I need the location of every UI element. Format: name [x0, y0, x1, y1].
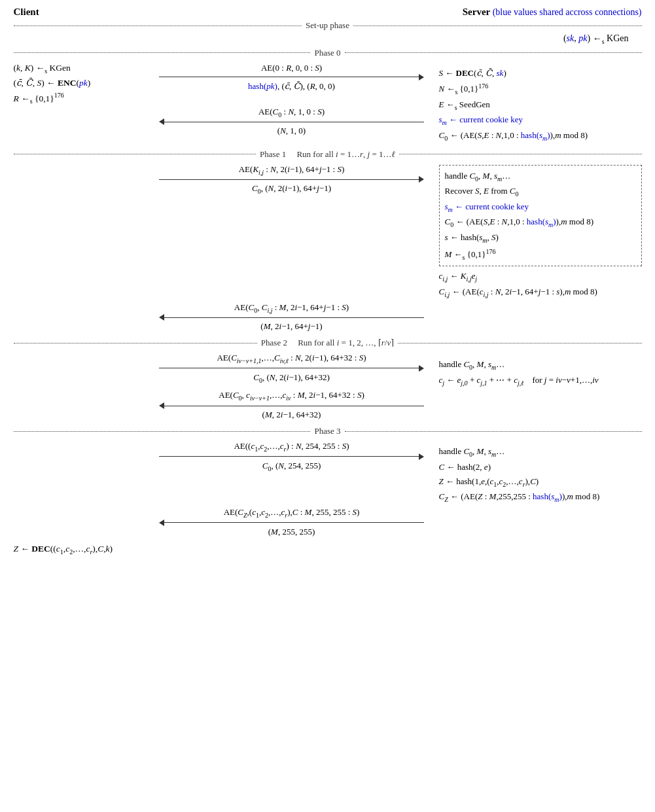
phase2-arrow-left-sub: (M, 2i−1, 64+32)	[262, 410, 321, 420]
phase3-arrow-left-label: AE(CZ,(c1,c2,…,cr),C : M, 255, 255 : S)	[224, 507, 360, 519]
phase0-server-l3: E ←s SeedGen	[439, 97, 642, 113]
server-setup-line: (sk, pk) ←s KGen	[563, 33, 629, 45]
phase3-arrow-right-line	[159, 453, 424, 460]
phase1-d6: M ←s {0,1}176	[445, 246, 636, 263]
phase1-arrow-right: AE(Ki,j : N, 2(i−1), 64+j−1 : S) C0, (N,…	[145, 164, 439, 195]
page: Client Server (blue values shared accros…	[14, 7, 642, 557]
phase0-client-l2: (c̄, C̄, S) ← ENC(pk)	[14, 76, 145, 90]
phase2-divider: Phase 2 Run for all i = 1, 2, …, ⌈r/v⌉	[14, 338, 642, 348]
phase2-arrow-right-line	[159, 365, 424, 372]
phase2-left-arrow-row: AE(C0, civ−v+1,…,civ : M, 2i−1, 64+32 : …	[14, 388, 642, 422]
phase3-mid: AE((c1,c2,…,cr) : N, 254, 255 : S) C0, (…	[145, 439, 439, 474]
client-label: Client	[14, 7, 39, 18]
phase0-content: (k, K) ←s KGen (c̄, C̄, S) ← ENC(pk) R ←…	[14, 61, 642, 144]
phase1-d3: sm ← current cookie key	[445, 200, 636, 215]
phase2-label: Phase 2 Run for all i = 1, 2, …, ⌈r/v⌉	[257, 338, 398, 348]
phase2-content: AE(Civ−v+1,1,…,Civ,ℓ : N, 2(i−1), 64+32 …	[14, 351, 642, 388]
phase1-content: AE(Ki,j : N, 2(i−1), 64+j−1 : S) C0, (N,…	[14, 162, 642, 300]
phase0-server-l4: sm ← current cookie key	[439, 113, 642, 128]
phase3-arrow-right-sub: C0, (N, 254, 255)	[262, 461, 321, 472]
phase2-left-arrow-mid: AE(C0, civ−v+1,…,civ : M, 2i−1, 64+32 : …	[145, 388, 439, 422]
phase2-server-l2: cj ← ej,0 + cj,1 + ⋯ + cj,ℓ for j = iv−v…	[439, 373, 642, 389]
phase2-arrow-left: AE(C0, civ−v+1,…,civ : M, 2i−1, 64+32 : …	[145, 390, 439, 420]
phase0-arrow-right: AE(0 : R, 0, 0 : S) hash(pk), (c̄, C̄), …	[145, 63, 439, 92]
phase0-arrow-left-line	[159, 118, 424, 125]
phase0-client-l3: R ←s {0,1}176	[14, 90, 145, 107]
server-header: Server (blue values shared accross conne…	[463, 7, 642, 18]
phase2-mid: AE(Civ−v+1,1,…,Civ,ℓ : N, 2(i−1), 64+32 …	[145, 351, 439, 385]
server-note: (blue values shared accross connections)	[493, 7, 642, 17]
phase3-arrow-left: AE(CZ,(c1,c2,…,cr),C : M, 255, 255 : S) …	[145, 507, 439, 537]
setup-label: Set-up phase	[302, 20, 353, 31]
phase2-right: handle C0, M, sm… cj ← ej,0 + cj,1 + ⋯ +…	[439, 351, 642, 388]
phase1-arrow-right-line	[159, 176, 424, 183]
phase3-arrow-right: AE((c1,c2,…,cr) : N, 254, 255 : S) C0, (…	[145, 441, 439, 472]
phase3-arrow-right-label: AE((c1,c2,…,cr) : N, 254, 255 : S)	[234, 441, 349, 453]
phase0-server-l1: S ← DEC(c̄, C̄, sk)	[439, 66, 642, 80]
phase3-left-arrow-mid: AE(CZ,(c1,c2,…,cr),C : M, 255, 255 : S) …	[145, 505, 439, 539]
phase1-label: Phase 1 Run for all i = 1…r, j = 1…ℓ	[256, 149, 399, 160]
phase0-arrow-right-line	[159, 74, 424, 80]
phase1-left-arrow-mid: AE(C0, Ci,j : M, 2i−1, 64+j−1 : S) (M, 2…	[145, 300, 439, 334]
phase3-client-bottom-row: Z ← DEC((c1,c2,…,cr),C,k)	[14, 542, 642, 557]
phase1-Cij: Ci,j ← (AE(ci,j : N, 2i−1, 64+j−1 : s),m…	[439, 285, 642, 300]
phase0-server-l5: C0 ← (AE(S,E : N,1,0 : hash(sm)),m mod 8…	[439, 128, 642, 144]
phase1-arrow-right-sub: C0, (N, 2(i−1), 64+j−1)	[252, 183, 331, 195]
phase0-left: (k, K) ←s KGen (c̄, C̄, S) ← ENC(pk) R ←…	[14, 61, 145, 107]
phase1-arrow-left: AE(C0, Ci,j : M, 2i−1, 64+j−1 : S) (M, 2…	[145, 302, 439, 332]
setup-row: (sk, pk) ←s KGen	[14, 33, 642, 45]
phase0-client-l1: (k, K) ←s KGen	[14, 61, 145, 77]
setup-divider: Set-up phase	[14, 20, 642, 31]
phase0-label: Phase 0	[310, 48, 344, 58]
phase1-d4: C0 ← (AE(S,E : N,1,0 : hash(sm)),m mod 8…	[445, 215, 636, 230]
phase0-server-l2: N ←s {0,1}176	[439, 80, 642, 97]
phase3-left-arrow-row: AE(CZ,(c1,c2,…,cr),C : M, 255, 255 : S) …	[14, 505, 642, 539]
phase3-divider: Phase 3	[14, 426, 642, 436]
phase3-client-bottom: Z ← DEC((c1,c2,…,cr),C,k)	[14, 542, 145, 557]
phase1-arrow-right-label: AE(Ki,j : N, 2(i−1), 64+j−1 : S)	[239, 164, 345, 176]
phase0-arrow-left-label: AE(C0 : N, 1, 0 : S)	[258, 107, 325, 118]
phase1-d1: handle C0, M, sm…	[445, 169, 636, 185]
phase3-server-l2: C ← hash(2, e)	[439, 460, 642, 474]
phase0-arrow-right-sub: hash(pk), (c̄, C̄), (R, 0, 0)	[248, 81, 335, 92]
phase3-arrow-left-line	[159, 520, 424, 526]
phase3-client-z: Z ← DEC((c1,c2,…,cr),C,k)	[14, 542, 145, 557]
phase0-arrow-right-label: AE(0 : R, 0, 0 : S)	[261, 63, 322, 73]
phase1-right-top: handle C0, M, sm… Recover S, E from C0 s…	[439, 162, 642, 300]
phase1-divider: Phase 1 Run for all i = 1…r, j = 1…ℓ	[14, 149, 642, 160]
phase3-content: AE((c1,c2,…,cr) : N, 254, 255 : S) C0, (…	[14, 439, 642, 505]
phase1-left-arrow-row: AE(C0, Ci,j : M, 2i−1, 64+j−1 : S) (M, 2…	[14, 300, 642, 334]
phase0-arrow-left: AE(C0 : N, 1, 0 : S) (N, 1, 0)	[145, 107, 439, 137]
phase2-arrow-left-label: AE(C0, civ−v+1,…,civ : M, 2i−1, 64+32 : …	[219, 390, 364, 402]
phase1-d5: s ← hash(sm, S)	[445, 230, 636, 246]
phase0-right: S ← DEC(c̄, C̄, sk) N ←s {0,1}176 E ←s S…	[439, 61, 642, 144]
phase3-right: handle C0, M, sm… C ← hash(2, e) Z ← has…	[439, 439, 642, 505]
phase3-arrow-left-sub: (M, 255, 255)	[268, 527, 315, 537]
phase3-label: Phase 3	[310, 426, 344, 436]
server-label: Server (blue values shared accross conne…	[463, 7, 642, 17]
phase1-arrow-left-line	[159, 314, 424, 321]
phase3-server-l1: handle C0, M, sm…	[439, 444, 642, 460]
phase2-server-l1: handle C0, M, sm…	[439, 357, 642, 373]
phase3-server-l3: Z ← hash(1,e,(c1,c2,…,cr),C)	[439, 474, 642, 490]
phase2-arrow-right-sub: C0, (N, 2(i−1), 64+32)	[253, 372, 329, 384]
header-row: Client Server (blue values shared accros…	[14, 7, 642, 18]
phase0-divider: Phase 0	[14, 48, 642, 58]
phase1-dashed-box: handle C0, M, sm… Recover S, E from C0 s…	[439, 165, 642, 267]
phase1-d2: Recover S, E from C0	[445, 184, 636, 200]
phase2-arrow-right: AE(Civ−v+1,1,…,Civ,ℓ : N, 2(i−1), 64+32 …	[145, 353, 439, 383]
phase1-mid: AE(Ki,j : N, 2(i−1), 64+j−1 : S) C0, (N,…	[145, 162, 439, 197]
phase0-mid: AE(0 : R, 0, 0 : S) hash(pk), (c̄, C̄), …	[145, 61, 439, 139]
phase0-arrow-left-sub: (N, 1, 0)	[277, 126, 306, 136]
phase2-arrow-right-label: AE(Civ−v+1,1,…,Civ,ℓ : N, 2(i−1), 64+32 …	[217, 353, 366, 364]
phase2-arrow-left-line	[159, 402, 424, 409]
phase1-arrow-left-sub: (M, 2i−1, 64+j−1)	[260, 321, 322, 332]
phase1-cij: ci,j ← Ki,jej	[439, 269, 642, 285]
phase1-arrow-left-label: AE(C0, Ci,j : M, 2i−1, 64+j−1 : S)	[234, 302, 349, 314]
phase3-server-l4: CZ ← (AE(Z : M,255,255 : hash(sm)),m mod…	[439, 489, 642, 505]
